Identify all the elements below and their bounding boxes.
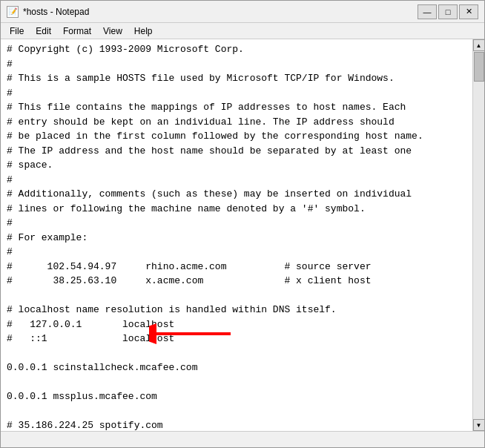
minimize-button[interactable]: — [418, 4, 437, 19]
title-controls: — □ ✕ [418, 4, 478, 19]
menu-help[interactable]: Help [128, 24, 159, 38]
text-editor[interactable]: # Copyright (c) 1993-2009 Microsoft Corp… [1, 39, 472, 431]
title-bar-left: 📝 *hosts - Notepad [7, 6, 89, 18]
menu-view[interactable]: View [97, 24, 128, 38]
maximize-button[interactable]: □ [438, 4, 458, 19]
vertical-scrollbar[interactable]: ▲ ▼ [472, 39, 484, 431]
scroll-track [473, 51, 484, 419]
scroll-up-button[interactable]: ▲ [473, 39, 485, 51]
scroll-down-button[interactable]: ▼ [473, 419, 485, 431]
menu-file[interactable]: File [4, 24, 30, 38]
text-wrapper: # Copyright (c) 1993-2009 Microsoft Corp… [1, 39, 472, 431]
window-title: *hosts - Notepad [23, 7, 89, 17]
title-bar: 📝 *hosts - Notepad — □ ✕ [1, 1, 484, 23]
menu-format[interactable]: Format [57, 24, 97, 38]
close-button[interactable]: ✕ [459, 4, 478, 19]
editor-area: # Copyright (c) 1993-2009 Microsoft Corp… [1, 39, 484, 431]
app-icon: 📝 [7, 6, 19, 18]
status-bar [1, 431, 484, 447]
menu-bar: File Edit Format View Help [1, 23, 484, 39]
scroll-thumb[interactable] [474, 52, 484, 82]
notepad-window: 📝 *hosts - Notepad — □ ✕ File Edit Forma… [0, 0, 485, 448]
menu-edit[interactable]: Edit [30, 24, 57, 38]
